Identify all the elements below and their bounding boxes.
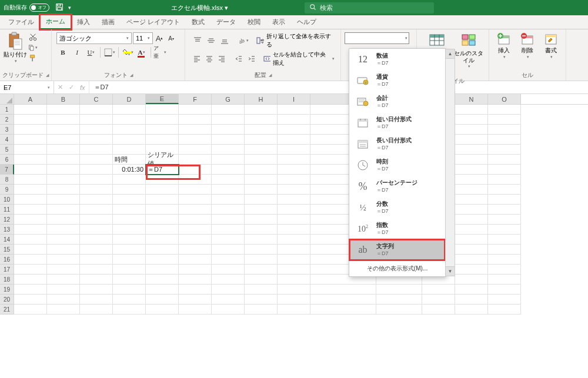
- cell[interactable]: [455, 285, 488, 295]
- paste-button[interactable]: 貼り付け ▾: [2, 31, 28, 63]
- cell[interactable]: [212, 275, 245, 285]
- cell[interactable]: [47, 235, 80, 245]
- font-size-combo[interactable]: 11▾: [133, 32, 153, 44]
- number-format-item-12[interactable]: 12 数値＝D7: [349, 49, 445, 70]
- cell[interactable]: [146, 265, 179, 275]
- cell[interactable]: [455, 275, 488, 285]
- cut-button[interactable]: [28, 32, 38, 42]
- cell[interactable]: [179, 155, 212, 165]
- cell[interactable]: [47, 135, 80, 145]
- row-header[interactable]: 1: [0, 105, 14, 115]
- cell[interactable]: [80, 275, 113, 285]
- col-H[interactable]: H: [245, 94, 278, 104]
- cell[interactable]: [245, 295, 278, 305]
- cell[interactable]: [455, 225, 488, 235]
- tab-help[interactable]: ヘルプ: [291, 15, 322, 29]
- cell[interactable]: [47, 225, 80, 235]
- cell[interactable]: [47, 185, 80, 195]
- scroll-up-icon[interactable]: ▲: [446, 49, 455, 59]
- cell[interactable]: [245, 285, 278, 295]
- cell[interactable]: [146, 195, 179, 205]
- save-icon[interactable]: [55, 3, 64, 12]
- cell[interactable]: [212, 235, 245, 245]
- row-header[interactable]: 18: [0, 275, 14, 285]
- cell[interactable]: [80, 285, 113, 295]
- cell[interactable]: [212, 265, 245, 275]
- col-G[interactable]: G: [212, 94, 245, 104]
- cell[interactable]: [14, 275, 47, 285]
- cell[interactable]: [488, 265, 521, 275]
- cell[interactable]: [113, 145, 146, 155]
- filename-label[interactable]: エクセル横軸.xlsx ▾: [171, 4, 228, 12]
- cell[interactable]: [488, 195, 521, 205]
- cell[interactable]: [245, 175, 278, 185]
- row-header[interactable]: 14: [0, 235, 14, 245]
- font-dialog-launcher[interactable]: ◢: [130, 73, 133, 78]
- cell[interactable]: [14, 265, 47, 275]
- align-bottom-button[interactable]: [219, 34, 231, 47]
- decrease-indent-button[interactable]: [233, 52, 244, 65]
- cell[interactable]: [488, 115, 521, 125]
- cell[interactable]: [422, 285, 455, 295]
- cell[interactable]: [212, 185, 245, 195]
- cell[interactable]: [488, 305, 521, 315]
- cell[interactable]: [146, 275, 179, 285]
- cell[interactable]: [245, 115, 278, 125]
- autosave-toggle[interactable]: オフ: [29, 4, 49, 12]
- font-name-combo[interactable]: 游ゴシック▾: [56, 32, 132, 44]
- cell-styles-button[interactable]: セルのスタイル▾: [453, 32, 484, 76]
- cell[interactable]: ＝D7: [146, 165, 179, 175]
- cell[interactable]: [245, 195, 278, 205]
- align-left-button[interactable]: [191, 52, 202, 65]
- cell[interactable]: [455, 145, 488, 155]
- col-D[interactable]: D: [113, 94, 146, 104]
- cell[interactable]: [80, 295, 113, 305]
- cell[interactable]: [278, 175, 310, 185]
- cell[interactable]: [212, 225, 245, 235]
- scroll-down-icon[interactable]: ▼: [446, 266, 455, 276]
- cell[interactable]: [245, 215, 278, 225]
- cell[interactable]: [455, 245, 488, 255]
- cell[interactable]: [146, 285, 179, 295]
- cell[interactable]: [113, 135, 146, 145]
- cell[interactable]: [488, 165, 521, 175]
- row-header[interactable]: 21: [0, 305, 14, 315]
- cell[interactable]: [47, 255, 80, 265]
- cell[interactable]: [80, 235, 113, 245]
- cell[interactable]: [245, 305, 278, 315]
- row-header[interactable]: 19: [0, 285, 14, 295]
- cell[interactable]: [310, 305, 376, 315]
- cell[interactable]: [212, 215, 245, 225]
- bold-button[interactable]: B: [56, 46, 69, 59]
- cell[interactable]: [179, 255, 212, 265]
- decrease-font-button[interactable]: A▾: [166, 32, 176, 44]
- cell[interactable]: [14, 155, 47, 165]
- cell[interactable]: [47, 165, 80, 175]
- cell[interactable]: [212, 165, 245, 175]
- cell[interactable]: [80, 225, 113, 235]
- cell[interactable]: [146, 245, 179, 255]
- cell[interactable]: [146, 135, 179, 145]
- cell[interactable]: [455, 255, 488, 265]
- cell[interactable]: [80, 305, 113, 315]
- cell[interactable]: [113, 245, 146, 255]
- format-cell-button[interactable]: 書式▾: [541, 32, 561, 59]
- qat-dropdown-icon[interactable]: ▾: [68, 5, 71, 11]
- cell[interactable]: [113, 265, 146, 275]
- formula-input[interactable]: ＝D7: [89, 83, 588, 92]
- cell[interactable]: [146, 125, 179, 135]
- row-header[interactable]: 5: [0, 145, 14, 155]
- cell[interactable]: [488, 285, 521, 295]
- cell[interactable]: [47, 125, 80, 135]
- cell[interactable]: [80, 265, 113, 275]
- tab-data[interactable]: データ: [211, 15, 242, 29]
- cell[interactable]: [146, 115, 179, 125]
- cell[interactable]: [488, 135, 521, 145]
- more-number-formats-button[interactable]: その他の表示形式(M)...: [349, 260, 445, 276]
- cell[interactable]: [245, 185, 278, 195]
- cell[interactable]: [212, 175, 245, 185]
- cell[interactable]: [488, 245, 521, 255]
- cell[interactable]: [146, 185, 179, 195]
- cell[interactable]: [47, 145, 80, 155]
- col-O[interactable]: O: [488, 94, 521, 104]
